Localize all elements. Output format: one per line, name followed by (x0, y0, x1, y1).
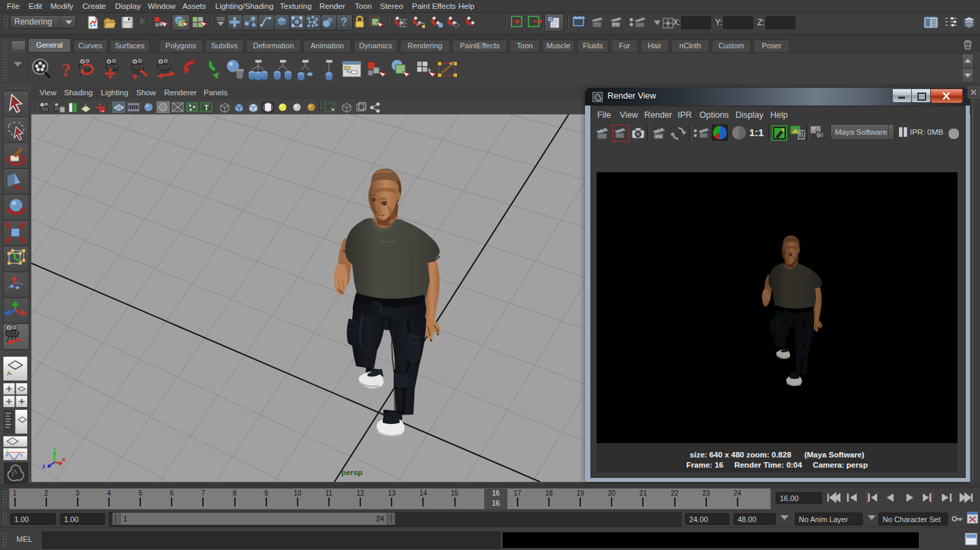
svg-text:+: + (101, 109, 104, 113)
svg-text:IPR: IPR (612, 22, 620, 27)
svg-text:x: x (62, 456, 65, 463)
svg-text:T: T (204, 103, 209, 112)
svg-text:y: y (53, 446, 57, 452)
svg-text:z: z (42, 463, 46, 470)
svg-text:?: ? (341, 16, 347, 28)
svg-text:?: ? (61, 59, 71, 80)
